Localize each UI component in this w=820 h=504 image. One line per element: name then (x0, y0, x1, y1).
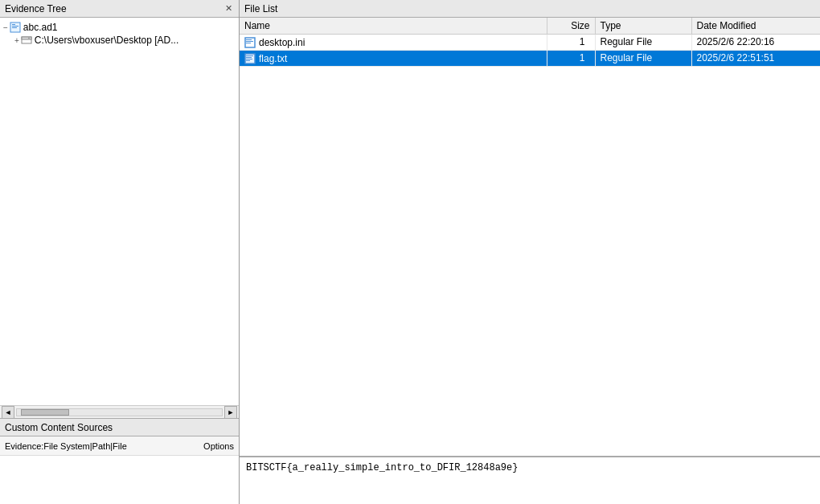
tree-plus-icon: + (14, 36, 19, 45)
evidence-tree-title: Evidence Tree (5, 3, 67, 14)
tree-root-label: abc.ad1 (23, 22, 58, 33)
ccs-header: Custom Content Sources (0, 419, 239, 436)
svg-rect-12 (246, 55, 253, 56)
col-header-type[interactable]: Type (595, 18, 691, 35)
svg-rect-8 (246, 39, 252, 40)
ccs-title: Custom Content Sources (5, 422, 113, 433)
ccs-content-area (0, 456, 239, 504)
file-list-header: File List (240, 0, 820, 18)
file-size-cell: 1 (547, 35, 595, 51)
file-type-cell: Regular File (595, 50, 691, 66)
col-header-size[interactable]: Size (547, 18, 595, 35)
svg-rect-1 (12, 24, 15, 25)
tree-minus-icon: − (3, 23, 8, 32)
drive-icon (21, 35, 32, 46)
evidence-tree-header: Evidence Tree ✕ (0, 0, 239, 18)
file-name-cell: desktop.ini (240, 35, 547, 51)
svg-rect-14 (246, 59, 252, 59)
table-header-row: Name Size Type Date Modified (240, 18, 820, 35)
preview-text: BITSCTF{a_really_simple_intro_to_DFIR_12… (246, 462, 518, 473)
tree-child-item[interactable]: + C:\Users\vboxuser\Desktop [AD... (2, 34, 237, 47)
custom-content-sources-panel: Custom Content Sources Evidence:File Sys… (0, 418, 239, 504)
svg-point-6 (28, 38, 30, 39)
svg-rect-5 (22, 37, 31, 39)
file-name-cell: flag.txt (240, 50, 547, 66)
left-panel: Evidence Tree ✕ − abc.ad1 + C:\Users\vbo… (0, 0, 240, 504)
file-size-cell: 1 (547, 50, 595, 66)
file-list-area[interactable]: Name Size Type Date Modified desktop.ini… (240, 18, 820, 456)
ccs-options-button[interactable]: Options (203, 441, 234, 451)
scroll-track[interactable] (16, 408, 223, 416)
svg-rect-2 (12, 26, 18, 27)
col-header-date[interactable]: Date Modified (691, 18, 820, 35)
file-type-cell: Regular File (595, 35, 691, 51)
right-panel: File List Name Size Type Date Modified d… (240, 0, 820, 504)
svg-rect-10 (246, 43, 251, 43)
file-name-label: flag.txt (259, 53, 287, 64)
scroll-left-button[interactable]: ◄ (2, 406, 14, 419)
svg-rect-9 (246, 41, 253, 42)
file-name-label: desktop.ini (259, 37, 305, 48)
file-table: Name Size Type Date Modified desktop.ini… (240, 18, 820, 67)
file-date-cell: 2025/2/6 22:51:51 (691, 50, 820, 66)
file-list-title: File List (244, 3, 277, 14)
horizontal-scrollbar[interactable]: ◄ ► (0, 405, 239, 418)
ccs-toolbar: Evidence:File System|Path|File Options (0, 436, 239, 456)
scroll-right-button[interactable]: ► (224, 406, 237, 419)
text-preview-area: BITSCTF{a_really_simple_intro_to_DFIR_12… (240, 456, 820, 504)
svg-rect-15 (246, 60, 250, 61)
evidence-file-icon (10, 22, 21, 33)
table-row[interactable]: desktop.ini1Regular File2025/2/6 22:20:1… (240, 35, 820, 51)
evidence-tree-close-button[interactable]: ✕ (223, 3, 234, 14)
svg-rect-13 (246, 57, 252, 58)
scroll-thumb[interactable] (21, 409, 69, 416)
ccs-toolbar-left-label: Evidence:File System|Path|File (5, 441, 127, 451)
table-row[interactable]: flag.txt1Regular File2025/2/6 22:51:51 (240, 50, 820, 66)
col-header-name[interactable]: Name (240, 18, 547, 35)
file-date-cell: 2025/2/6 22:20:16 (691, 35, 820, 51)
svg-rect-3 (12, 27, 17, 28)
tree-child-label: C:\Users\vboxuser\Desktop [AD... (35, 35, 178, 46)
tree-root-item[interactable]: − abc.ad1 (2, 21, 237, 34)
evidence-tree-content[interactable]: − abc.ad1 + C:\Users\vboxuser\Desktop [A… (0, 18, 239, 405)
